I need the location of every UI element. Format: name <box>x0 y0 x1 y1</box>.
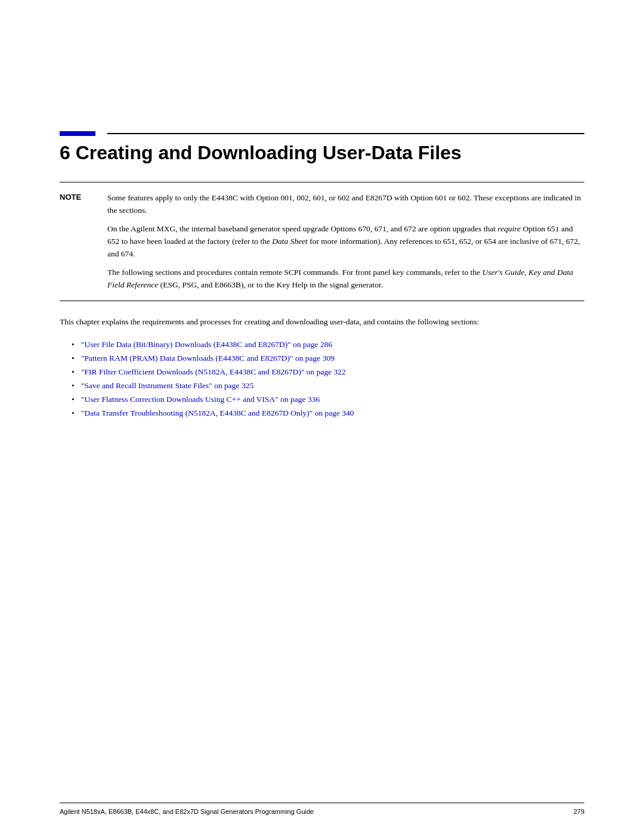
footer-page-number: 279 <box>574 808 584 815</box>
page-footer: Agilent N518xA, E8663B, E44x8C, and E82x… <box>60 803 584 815</box>
content-area: 6 Creating and Downloading User-Data Fil… <box>0 0 644 468</box>
page: 6 Creating and Downloading User-Data Fil… <box>0 0 644 833</box>
italic-guide: User's Guide, Key and Data Field Referen… <box>107 268 573 289</box>
list-item[interactable]: "Data Transfer Troubleshooting (N5182A, … <box>72 407 584 420</box>
list-item[interactable]: "User File Data (Bit/Binary) Downloads (… <box>72 338 584 352</box>
chapter-title-text: Creating and Downloading User-Data Files <box>76 142 462 163</box>
list-item[interactable]: "FIR Filter Coefficient Downloads (N5182… <box>72 366 584 379</box>
body-paragraph: This chapter explains the requirements a… <box>60 315 584 329</box>
note-row: NOTE Some features apply to only the E44… <box>60 192 584 291</box>
note-paragraph-1: Some features apply to only the E4438C w… <box>107 192 584 217</box>
italic-require: require <box>498 224 521 233</box>
blue-bar-decoration <box>60 131 95 136</box>
title-divider <box>107 133 584 134</box>
list-item[interactable]: "Pattern RAM (PRAM) Data Downloads (E443… <box>72 352 584 366</box>
list-item[interactable]: "User Flatness Correction Downloads Usin… <box>72 393 584 407</box>
footer-text: Agilent N518xA, E8663B, E44x8C, and E82x… <box>60 808 314 815</box>
list-item[interactable]: "Save and Recall Instrument State Files"… <box>72 379 584 393</box>
note-label: NOTE <box>60 192 107 202</box>
link-user-file-data[interactable]: "User File Data (Bit/Binary) Downloads (… <box>81 340 332 349</box>
note-paragraph-3: The following sections and procedures co… <box>107 267 584 292</box>
note-section: NOTE Some features apply to only the E44… <box>60 182 584 301</box>
link-pram-data[interactable]: "Pattern RAM (PRAM) Data Downloads (E443… <box>81 354 335 363</box>
link-fir-filter[interactable]: "FIR Filter Coefficient Downloads (N5182… <box>81 367 346 376</box>
link-user-flatness[interactable]: "User Flatness Correction Downloads Usin… <box>81 395 320 404</box>
note-content: Some features apply to only the E4438C w… <box>107 192 584 291</box>
chapter-title-line <box>60 131 584 136</box>
link-save-recall[interactable]: "Save and Recall Instrument State Files"… <box>81 381 253 390</box>
chapter-title: 6 Creating and Downloading User-Data Fil… <box>60 142 584 164</box>
chapter-header: 6 Creating and Downloading User-Data Fil… <box>60 131 584 164</box>
link-data-transfer[interactable]: "Data Transfer Troubleshooting (N5182A, … <box>81 408 354 417</box>
note-paragraph-2: On the Agilent MXG, the internal baseban… <box>107 223 584 261</box>
italic-datasheet: Data Sheet <box>272 237 308 246</box>
bullet-list: "User File Data (Bit/Binary) Downloads (… <box>72 338 584 420</box>
chapter-number: 6 <box>60 142 70 163</box>
